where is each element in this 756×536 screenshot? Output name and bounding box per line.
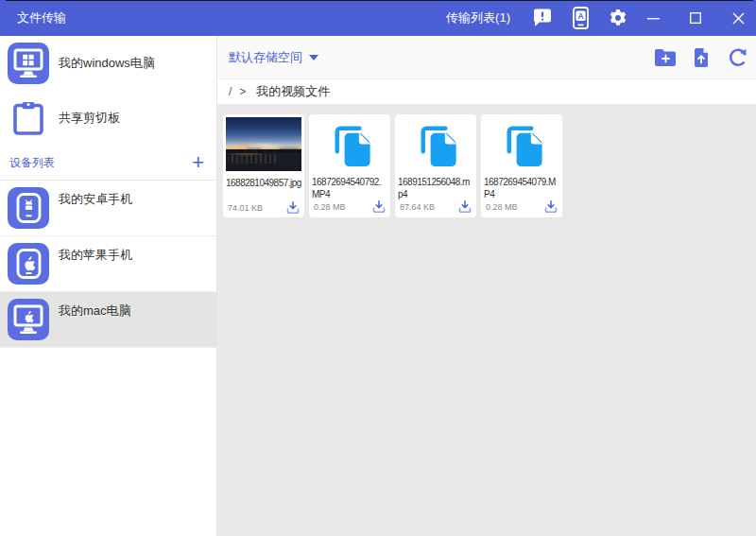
file-size: 0.28 MB <box>314 202 346 212</box>
transfer-list-button[interactable]: 传输列表(1) <box>446 9 510 26</box>
sidebar-item-shared-clipboard[interactable]: 共享剪切板 <box>0 91 216 146</box>
file-toolbar: 默认存储空间 <box>217 36 756 79</box>
file-copy-icon <box>398 117 473 170</box>
device-list-header: 设备列表 + <box>0 146 216 181</box>
breadcrumb-separator: > <box>239 85 246 98</box>
clipboard-icon <box>8 97 49 139</box>
breadcrumb-root[interactable]: / <box>229 85 232 98</box>
file-copy-icon <box>312 117 387 170</box>
window-title: 文件传输 <box>17 9 66 26</box>
sidebar-item-label: 我的windows电脑 <box>59 55 155 72</box>
file-transfer-app: 文件传输 传输列表(1) A <box>0 0 756 536</box>
upload-file-button[interactable] <box>690 46 713 69</box>
phone-mirror-icon[interactable]: A <box>569 7 592 29</box>
apple-phone-icon <box>8 243 49 285</box>
file-grid: 1688281049857.jpg 74.01 KB <box>217 104 756 536</box>
minimize-button[interactable] <box>639 6 667 30</box>
device-item-label: 我的mac电脑 <box>59 303 131 320</box>
android-phone-icon <box>8 187 49 229</box>
device-item-apple-phone[interactable]: 我的苹果手机 <box>0 236 216 292</box>
svg-text:A: A <box>577 11 583 21</box>
device-item-label: 我的苹果手机 <box>59 247 132 264</box>
storage-selector[interactable]: 默认存储空间 <box>229 49 318 66</box>
breadcrumb-current: 我的视频文件 <box>256 83 330 100</box>
download-icon[interactable] <box>372 200 386 213</box>
file-name: 16872694540792.MP4 <box>312 176 387 200</box>
file-card[interactable]: 1687269454079.MP4 0.28 MB <box>481 114 562 217</box>
close-button[interactable] <box>724 6 752 30</box>
file-preview <box>226 117 301 171</box>
breadcrumb: / > 我的视频文件 <box>217 79 756 104</box>
chevron-down-icon <box>309 55 318 61</box>
settings-gear-icon[interactable] <box>607 7 629 29</box>
storage-selector-label: 默认存储空间 <box>229 49 302 66</box>
file-card[interactable]: 16872694540792.MP4 0.28 MB <box>309 114 390 217</box>
main-panel: 默认存储空间 <box>217 36 756 536</box>
add-device-button[interactable]: + <box>192 152 204 173</box>
mac-computer-icon <box>8 299 49 340</box>
device-list-title: 设备列表 <box>9 155 55 171</box>
new-folder-button[interactable] <box>654 46 677 69</box>
file-size: 87.64 KB <box>400 202 435 212</box>
file-name: 1689151256048.mp4 <box>398 176 473 200</box>
file-size: 74.01 KB <box>228 203 263 213</box>
download-icon[interactable] <box>458 200 472 213</box>
file-card[interactable]: 1688281049857.jpg 74.01 KB <box>223 114 304 217</box>
download-icon[interactable] <box>286 201 300 214</box>
titlebar: 文件传输 传输列表(1) A <box>0 0 756 36</box>
file-name: 1688281049857.jpg <box>226 177 301 201</box>
file-name: 1687269454079.MP4 <box>484 176 559 200</box>
sidebar: 我的windows电脑 共享剪切板 设备列表 + <box>0 36 217 536</box>
feedback-icon[interactable] <box>531 7 554 29</box>
device-item-label: 我的安卓手机 <box>59 191 132 208</box>
file-card[interactable]: 1689151256048.mp4 87.64 KB <box>395 114 476 217</box>
file-size: 0.28 MB <box>486 202 518 212</box>
device-item-mac-computer[interactable]: 我的mac电脑 <box>0 292 216 348</box>
windows-computer-icon <box>8 43 49 84</box>
image-thumbnail <box>226 117 301 171</box>
refresh-button[interactable] <box>726 46 748 69</box>
maximize-button[interactable] <box>681 6 710 30</box>
sidebar-item-label: 共享剪切板 <box>59 110 120 127</box>
file-copy-icon <box>484 117 559 170</box>
device-item-android-phone[interactable]: 我的安卓手机 <box>0 181 216 236</box>
sidebar-item-my-computer[interactable]: 我的windows电脑 <box>0 36 216 91</box>
download-icon[interactable] <box>544 200 558 213</box>
window-top-edge <box>6 0 753 1</box>
